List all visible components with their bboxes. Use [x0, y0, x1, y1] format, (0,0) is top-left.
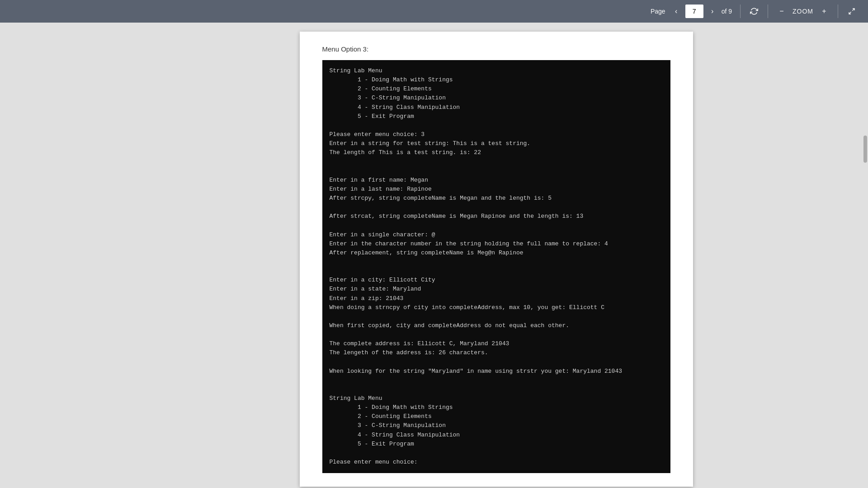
divider-3: [838, 5, 838, 18]
divider-2: [768, 5, 768, 18]
terminal-line: Please enter menu choice:: [330, 458, 663, 467]
terminal-blank-line: [330, 385, 663, 394]
toolbar: Page ‹ › of 9 − ZOOM +: [0, 0, 868, 23]
terminal-line: Enter in a single character: @: [330, 230, 663, 239]
total-pages-label: of 9: [722, 8, 732, 15]
terminal-line: 5 - Exit Program: [330, 440, 663, 449]
terminal-blank-line: [330, 121, 663, 130]
terminal-line: Enter in the character number in the str…: [330, 239, 663, 249]
next-page-button[interactable]: ›: [705, 4, 720, 19]
right-sidebar: [861, 23, 868, 488]
terminal-line: When first copied, city and completeAddr…: [330, 321, 663, 330]
fullscreen-button[interactable]: [844, 4, 859, 19]
terminal-line: After strcat, string completeName is Meg…: [330, 212, 663, 221]
terminal-line: After replacement, string completeName i…: [330, 249, 663, 258]
left-sidebar: [0, 23, 131, 488]
section-title: Menu Option 3:: [322, 45, 670, 53]
terminal-line: Please enter menu choice: 3: [330, 130, 663, 139]
terminal-blank-line: [330, 330, 663, 339]
page-label: Page: [651, 8, 665, 15]
terminal-line: 2 - Counting Elements: [330, 412, 663, 421]
terminal-blank-line: [330, 449, 663, 458]
refresh-button[interactable]: [747, 4, 761, 19]
page-number-input[interactable]: [685, 5, 703, 18]
terminal-blank-line: [330, 203, 663, 212]
terminal-block: String Lab Menu 1 - Doing Math with Stri…: [322, 60, 670, 473]
terminal-blank-line: [330, 221, 663, 230]
terminal-line: Enter in a zip: 21043: [330, 294, 663, 303]
terminal-line: 5 - Exit Program: [330, 112, 663, 121]
terminal-line: 1 - Doing Math with Strings: [330, 75, 663, 84]
terminal-line: 3 - C-String Manipulation: [330, 421, 663, 430]
terminal-line: Enter in a string for test string: This …: [330, 139, 663, 148]
terminal-line: String Lab Menu: [330, 394, 663, 403]
zoom-out-button[interactable]: −: [774, 4, 789, 19]
terminal-line: Enter in a last name: Rapinoe: [330, 185, 663, 194]
terminal-line: Enter in a first name: Megan: [330, 176, 663, 185]
divider-1: [740, 5, 741, 18]
terminal-blank-line: [330, 358, 663, 367]
terminal-line: 4 - String Class Manipulation: [330, 103, 663, 112]
svg-line-1: [849, 12, 851, 14]
terminal-line: After strcpy, string completeName is Meg…: [330, 194, 663, 203]
terminal-line: 1 - Doing Math with Strings: [330, 403, 663, 412]
terminal-line: 4 - String Class Manipulation: [330, 431, 663, 440]
scrollbar-thumb[interactable]: [863, 136, 867, 163]
prev-page-button[interactable]: ‹: [669, 4, 684, 19]
terminal-line: The complete address is: Ellicott C, Mar…: [330, 339, 663, 348]
terminal-line: String Lab Menu: [330, 66, 663, 75]
terminal-line: Enter in a city: Ellicott City: [330, 276, 663, 285]
terminal-line: The lengeth of the address is: 26 charac…: [330, 348, 663, 357]
terminal-blank-line: [330, 167, 663, 176]
terminal-blank-line: [330, 376, 663, 385]
terminal-line: 2 - Counting Elements: [330, 84, 663, 94]
terminal-blank-line: [330, 267, 663, 276]
terminal-line: When doing a strncpy of city into comple…: [330, 303, 663, 312]
page-area: Menu Option 3: String Lab Menu 1 - Doing…: [131, 23, 861, 488]
svg-line-0: [852, 9, 854, 11]
terminal-line: When looking for the string "Maryland" i…: [330, 367, 663, 376]
terminal-line: Enter in a state: Maryland: [330, 285, 663, 294]
terminal-line: The length of This is a test string. is:…: [330, 148, 663, 157]
terminal-blank-line: [330, 157, 663, 166]
terminal-blank-line: [330, 312, 663, 321]
zoom-label: ZOOM: [793, 8, 813, 15]
terminal-blank-line: [330, 258, 663, 267]
page-navigation: Page ‹ › of 9: [651, 4, 734, 19]
page-document: Menu Option 3: String Lab Menu 1 - Doing…: [300, 32, 693, 487]
zoom-in-button[interactable]: +: [817, 4, 831, 19]
terminal-line: 3 - C-String Manipulation: [330, 94, 663, 103]
main-content: Menu Option 3: String Lab Menu 1 - Doing…: [0, 23, 868, 488]
